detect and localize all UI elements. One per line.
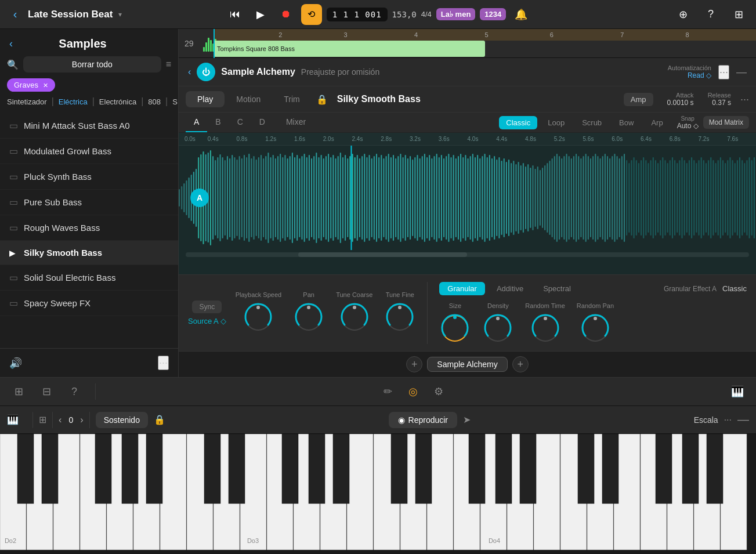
plugin-collapse-icon[interactable]: — [736, 66, 747, 78]
list-item[interactable]: ▭ Mini M Attack Sust Bass A0 [0, 113, 178, 139]
cat-electronica[interactable]: Electrónica [99, 96, 136, 107]
amp-button[interactable]: Amp [624, 93, 653, 106]
sustain-button[interactable]: Sostenido [96, 412, 148, 428]
lock-button[interactable]: 🔒 [154, 414, 165, 425]
src-tab-b[interactable]: B [207, 113, 229, 132]
bottom-toolbar: ⊞ ⊟ ? ✏ ◎ ⚙ 🎹 [0, 377, 756, 406]
filter-button[interactable]: ≡ [166, 59, 171, 70]
gran-tab-additive[interactable]: Additive [489, 282, 531, 295]
mode-classic[interactable]: Classic [499, 116, 537, 129]
list-item[interactable]: ▭ Modulated Growl Bass [0, 139, 178, 164]
grid-icon-button[interactable]: ⊞ [9, 382, 28, 401]
svg-rect-101 [419, 158, 421, 237]
split-icon-button[interactable]: ⊟ [37, 382, 56, 401]
mode-bow[interactable]: Bow [612, 116, 641, 129]
tune-fine-knob[interactable] [384, 302, 415, 333]
kbd-split-button[interactable]: ⊞ [39, 414, 46, 425]
pan-knob[interactable] [293, 302, 324, 333]
search-clear-button[interactable]: Borrar todo [23, 56, 161, 73]
waveform-scrollbar-thumb[interactable] [298, 252, 467, 257]
metronome-button[interactable]: 🔔 [511, 4, 531, 25]
alchemy-more-button[interactable]: ··· [740, 93, 749, 106]
active-slot[interactable]: Sample Alchemy [427, 357, 507, 372]
sidebar-back-button[interactable]: ‹ [9, 38, 13, 50]
record-button[interactable]: ⏺ [276, 4, 296, 25]
back-button[interactable]: ‹ [7, 6, 23, 23]
knob-group-left: Playback Speed Pan [236, 291, 416, 335]
size-knob[interactable] [439, 313, 471, 344]
separator [95, 383, 96, 400]
svg-rect-59 [318, 157, 319, 238]
src-tab-a[interactable]: A [186, 113, 207, 132]
gran-tab-spectral[interactable]: Spectral [535, 282, 579, 295]
rewind-button[interactable]: ⏮ [225, 4, 245, 25]
snap-value[interactable]: Auto ◇ [677, 122, 699, 130]
svg-rect-140 [513, 161, 514, 235]
svg-rect-235 [741, 160, 743, 236]
list-item[interactable]: ▭ Rough Waves Bass [0, 215, 178, 241]
density-knob[interactable] [482, 313, 513, 344]
info-icon-button[interactable]: ? [65, 382, 84, 401]
list-item[interactable]: ▭ Pure Sub Bass [0, 190, 178, 215]
cat-sintetizador[interactable]: Sintetizador [7, 96, 47, 107]
gran-tab-granular[interactable]: Granular [439, 282, 485, 295]
svg-rect-65 [332, 155, 334, 241]
arrange-clip[interactable]: Tompkins Square 808 Bass [214, 41, 485, 57]
src-tab-d[interactable]: D [251, 113, 273, 132]
add-slot-right-button[interactable]: + [512, 356, 529, 372]
sample-name: Mini M Attack Sust Bass A0 [24, 121, 130, 131]
random-time-knob[interactable] [530, 313, 561, 344]
share-icon[interactable]: ⊕ [672, 4, 693, 25]
mode-scrub[interactable]: Scrub [575, 116, 609, 129]
tab-motion[interactable]: Motion [225, 91, 272, 107]
play-button[interactable]: ▶ [250, 4, 271, 25]
auto-value[interactable]: Read ◇ [688, 71, 711, 79]
mode-loop[interactable]: Loop [541, 116, 571, 129]
more-icon[interactable]: ⊞ [728, 4, 749, 25]
preset-lock-icon: 🔒 [316, 94, 328, 105]
src-tab-c[interactable]: C [229, 113, 251, 132]
tag-close-icon[interactable]: ✕ [43, 82, 48, 89]
svg-rect-207 [674, 160, 675, 236]
list-item[interactable]: ▭ Spacy Sweep FX [0, 291, 178, 316]
sync-button[interactable]: Sync [192, 300, 222, 313]
help-icon[interactable]: ? [700, 4, 721, 25]
tab-trim[interactable]: Trim [272, 91, 311, 107]
kbd-arrow-button[interactable]: ➤ [463, 414, 471, 425]
granular-effect-name: Classic [722, 284, 747, 293]
octave-down-button[interactable]: ‹ [59, 415, 62, 425]
src-tab-mixer[interactable]: Mixer [278, 113, 314, 132]
mode-arp[interactable]: Arp [644, 116, 670, 129]
list-item[interactable]: ▭ Solid Soul Electric Bass [0, 265, 178, 291]
footer-more-button[interactable]: ··· [158, 356, 169, 370]
kbd-more-button[interactable]: ··· [724, 415, 732, 425]
target-button[interactable]: ◎ [404, 382, 422, 401]
plugin-power-button[interactable]: ⏻ [197, 63, 215, 81]
project-chevron-icon[interactable]: ▾ [118, 10, 122, 19]
cat-electrica[interactable]: Eléctrica [59, 96, 88, 107]
waveform-scrollbar[interactable] [186, 252, 749, 257]
equalizer-button[interactable]: ⚙ [429, 382, 448, 401]
source-a-selector[interactable]: Source A ◇ [188, 317, 226, 325]
plugin-back-button[interactable]: ‹ [188, 67, 191, 77]
svg-rect-5 [189, 178, 190, 218]
random-pan-knob[interactable] [580, 313, 611, 344]
pencil-button[interactable]: ✏ [378, 382, 397, 401]
tag-graves[interactable]: Graves ✕ [7, 78, 55, 92]
kbd-piano-icon[interactable]: 🎹 [7, 414, 19, 425]
cat-808[interactable]: 808 [148, 96, 161, 107]
loop-button[interactable]: ⟲ [301, 4, 322, 25]
cat-s[interactable]: S [172, 96, 178, 107]
playback-speed-knob[interactable] [243, 302, 274, 333]
top-bar-left: ‹ Late Session Beat ▾ [7, 6, 219, 23]
octave-up-button[interactable]: › [80, 415, 83, 425]
plugin-more-button[interactable]: ··· [718, 65, 729, 79]
tune-coarse-knob[interactable] [339, 302, 370, 333]
kbd-play-button[interactable]: ◉ Reproducir [389, 412, 457, 428]
list-item[interactable]: ▭ Pluck Synth Bass [0, 164, 178, 190]
tab-play[interactable]: Play [186, 91, 225, 107]
mod-matrix-button[interactable]: Mod Matrix [703, 116, 749, 129]
piano-icon-button[interactable]: 🎹 [728, 382, 747, 401]
add-slot-left-button[interactable]: + [406, 356, 422, 372]
list-item-active[interactable]: ▶ Silky Smooth Bass [0, 241, 178, 265]
